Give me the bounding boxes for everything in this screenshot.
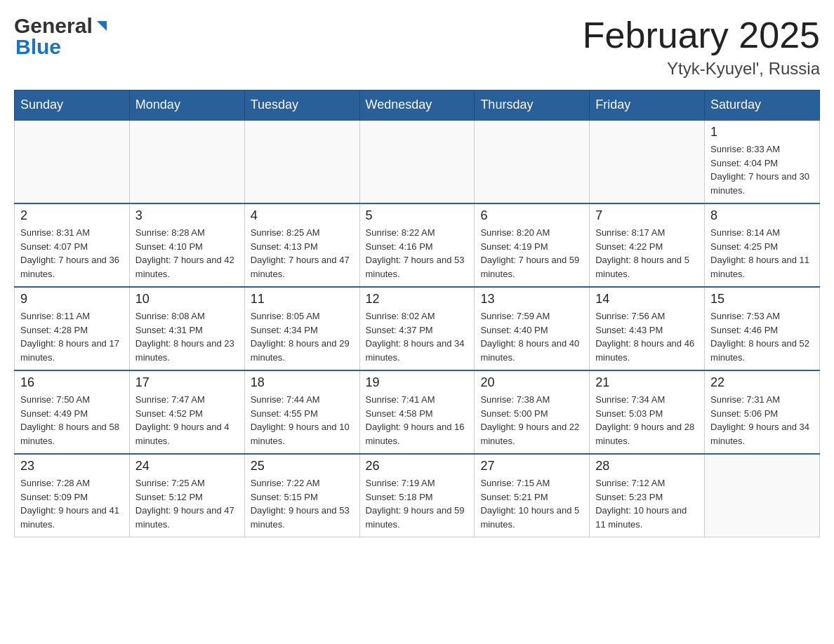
day-number: 21	[595, 375, 699, 390]
table-row: 18Sunrise: 7:44 AMSunset: 4:55 PMDayligh…	[244, 370, 359, 454]
table-row: 28Sunrise: 7:12 AMSunset: 5:23 PMDayligh…	[590, 454, 705, 537]
day-number: 14	[595, 292, 699, 307]
table-row: 19Sunrise: 7:41 AMSunset: 4:58 PMDayligh…	[359, 370, 475, 454]
table-row: 27Sunrise: 7:15 AMSunset: 5:21 PMDayligh…	[475, 454, 590, 537]
day-number: 15	[710, 292, 814, 307]
day-number: 9	[20, 292, 124, 307]
calendar-week-row: 1Sunrise: 8:33 AMSunset: 4:04 PMDaylight…	[15, 120, 820, 203]
table-row: 5Sunrise: 8:22 AMSunset: 4:16 PMDaylight…	[359, 203, 475, 287]
day-number: 8	[710, 208, 814, 223]
day-info: Sunrise: 8:25 AMSunset: 4:13 PMDaylight:…	[251, 226, 354, 281]
day-number: 5	[366, 208, 469, 223]
day-info: Sunrise: 7:15 AMSunset: 5:21 PMDaylight:…	[480, 476, 583, 531]
title-section: February 2025 Ytyk-Kyuyel', Russia	[583, 14, 820, 79]
table-row	[15, 120, 130, 203]
table-row: 23Sunrise: 7:28 AMSunset: 5:09 PMDayligh…	[15, 454, 130, 537]
table-row: 10Sunrise: 8:08 AMSunset: 4:31 PMDayligh…	[129, 287, 244, 370]
day-number: 7	[595, 208, 699, 223]
col-friday: Friday	[590, 90, 705, 121]
day-number: 13	[480, 292, 583, 307]
table-row: 12Sunrise: 8:02 AMSunset: 4:37 PMDayligh…	[359, 287, 475, 370]
day-info: Sunrise: 7:44 AMSunset: 4:55 PMDaylight:…	[251, 393, 354, 448]
day-info: Sunrise: 7:59 AMSunset: 4:40 PMDaylight:…	[480, 309, 583, 364]
day-number: 28	[595, 459, 699, 474]
col-wednesday: Wednesday	[359, 90, 475, 121]
day-info: Sunrise: 8:22 AMSunset: 4:16 PMDaylight:…	[366, 226, 469, 281]
logo-blue: Blue	[15, 35, 61, 59]
table-row: 4Sunrise: 8:25 AMSunset: 4:13 PMDaylight…	[244, 203, 359, 287]
day-number: 10	[135, 292, 239, 307]
day-number: 23	[20, 459, 124, 474]
table-row: 9Sunrise: 8:11 AMSunset: 4:28 PMDaylight…	[15, 287, 130, 370]
table-row: 1Sunrise: 8:33 AMSunset: 4:04 PMDaylight…	[705, 120, 820, 203]
day-info: Sunrise: 7:22 AMSunset: 5:15 PMDaylight:…	[251, 476, 354, 531]
day-info: Sunrise: 7:34 AMSunset: 5:03 PMDaylight:…	[595, 393, 699, 448]
col-thursday: Thursday	[475, 90, 590, 121]
calendar-header-row: Sunday Monday Tuesday Wednesday Thursday…	[15, 90, 820, 121]
day-info: Sunrise: 8:11 AMSunset: 4:28 PMDaylight:…	[20, 309, 124, 364]
day-number: 25	[251, 459, 354, 474]
col-tuesday: Tuesday	[244, 90, 359, 121]
day-info: Sunrise: 8:17 AMSunset: 4:22 PMDaylight:…	[595, 226, 699, 281]
table-row: 24Sunrise: 7:25 AMSunset: 5:12 PMDayligh…	[129, 454, 244, 537]
day-number: 3	[135, 208, 239, 223]
table-row	[359, 120, 475, 203]
table-row	[590, 120, 705, 203]
day-number: 26	[366, 459, 469, 474]
table-row: 22Sunrise: 7:31 AMSunset: 5:06 PMDayligh…	[705, 370, 820, 454]
day-number: 17	[135, 375, 239, 390]
calendar-week-row: 23Sunrise: 7:28 AMSunset: 5:09 PMDayligh…	[15, 454, 820, 537]
table-row: 8Sunrise: 8:14 AMSunset: 4:25 PMDaylight…	[705, 203, 820, 287]
calendar-title: February 2025	[583, 14, 820, 56]
table-row: 21Sunrise: 7:34 AMSunset: 5:03 PMDayligh…	[590, 370, 705, 454]
col-saturday: Saturday	[705, 90, 820, 121]
col-monday: Monday	[129, 90, 244, 121]
day-info: Sunrise: 8:28 AMSunset: 4:10 PMDaylight:…	[135, 226, 239, 281]
table-row	[129, 120, 244, 203]
day-info: Sunrise: 7:41 AMSunset: 4:58 PMDaylight:…	[366, 393, 469, 448]
table-row: 17Sunrise: 7:47 AMSunset: 4:52 PMDayligh…	[129, 370, 244, 454]
day-number: 4	[251, 208, 354, 223]
day-info: Sunrise: 7:56 AMSunset: 4:43 PMDaylight:…	[595, 309, 699, 364]
calendar-week-row: 16Sunrise: 7:50 AMSunset: 4:49 PMDayligh…	[15, 370, 820, 454]
page-header: General Blue February 2025 Ytyk-Kyuyel',…	[14, 14, 820, 79]
calendar-subtitle: Ytyk-Kyuyel', Russia	[583, 59, 820, 79]
day-info: Sunrise: 7:50 AMSunset: 4:49 PMDaylight:…	[20, 393, 124, 448]
table-row	[705, 454, 820, 537]
calendar-week-row: 2Sunrise: 8:31 AMSunset: 4:07 PMDaylight…	[15, 203, 820, 287]
day-number: 11	[251, 292, 354, 307]
day-info: Sunrise: 7:12 AMSunset: 5:23 PMDaylight:…	[595, 476, 699, 531]
day-number: 2	[20, 208, 124, 223]
day-info: Sunrise: 8:14 AMSunset: 4:25 PMDaylight:…	[710, 226, 814, 281]
day-info: Sunrise: 8:33 AMSunset: 4:04 PMDaylight:…	[710, 142, 814, 197]
day-number: 19	[366, 375, 469, 390]
table-row: 2Sunrise: 8:31 AMSunset: 4:07 PMDaylight…	[15, 203, 130, 287]
day-info: Sunrise: 7:47 AMSunset: 4:52 PMDaylight:…	[135, 393, 239, 448]
day-info: Sunrise: 7:31 AMSunset: 5:06 PMDaylight:…	[710, 393, 814, 448]
day-number: 1	[710, 125, 814, 140]
table-row	[475, 120, 590, 203]
calendar-week-row: 9Sunrise: 8:11 AMSunset: 4:28 PMDaylight…	[15, 287, 820, 370]
day-info: Sunrise: 7:19 AMSunset: 5:18 PMDaylight:…	[366, 476, 469, 531]
table-row: 6Sunrise: 8:20 AMSunset: 4:19 PMDaylight…	[475, 203, 590, 287]
col-sunday: Sunday	[15, 90, 130, 121]
table-row: 16Sunrise: 7:50 AMSunset: 4:49 PMDayligh…	[15, 370, 130, 454]
day-number: 22	[710, 375, 814, 390]
table-row: 20Sunrise: 7:38 AMSunset: 5:00 PMDayligh…	[475, 370, 590, 454]
day-number: 27	[480, 459, 583, 474]
svg-marker-0	[97, 21, 107, 31]
day-info: Sunrise: 7:25 AMSunset: 5:12 PMDaylight:…	[135, 476, 239, 531]
day-info: Sunrise: 7:38 AMSunset: 5:00 PMDaylight:…	[480, 393, 583, 448]
day-number: 12	[366, 292, 469, 307]
table-row	[244, 120, 359, 203]
day-info: Sunrise: 8:20 AMSunset: 4:19 PMDaylight:…	[480, 226, 583, 281]
table-row: 11Sunrise: 8:05 AMSunset: 4:34 PMDayligh…	[244, 287, 359, 370]
table-row: 3Sunrise: 8:28 AMSunset: 4:10 PMDaylight…	[129, 203, 244, 287]
table-row: 26Sunrise: 7:19 AMSunset: 5:18 PMDayligh…	[359, 454, 475, 537]
table-row: 15Sunrise: 7:53 AMSunset: 4:46 PMDayligh…	[705, 287, 820, 370]
day-info: Sunrise: 7:28 AMSunset: 5:09 PMDaylight:…	[20, 476, 124, 531]
day-number: 6	[480, 208, 583, 223]
table-row: 13Sunrise: 7:59 AMSunset: 4:40 PMDayligh…	[475, 287, 590, 370]
day-info: Sunrise: 8:02 AMSunset: 4:37 PMDaylight:…	[366, 309, 469, 364]
day-number: 16	[20, 375, 124, 390]
